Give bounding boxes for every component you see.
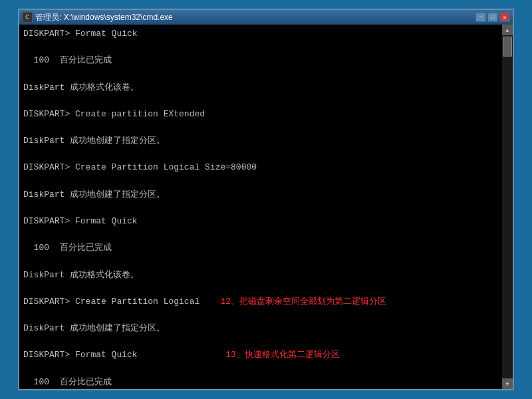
- scroll-down-button[interactable]: ▼: [502, 378, 513, 389]
- line-22: [23, 309, 509, 322]
- line-8: [23, 121, 509, 134]
- line-10: [23, 148, 509, 161]
- line-25-cmd: DISKPART> Format Quick: [23, 348, 225, 362]
- scroll-up-button[interactable]: ▲: [502, 25, 513, 35]
- cmd-icon: C: [22, 12, 33, 23]
- cmd-window: C 管理员: X:\windows\system32\cmd.exe — □ ✕…: [18, 9, 514, 390]
- annotation-13: 13、快速格式化第二逻辑分区: [225, 348, 340, 362]
- line-16: [23, 228, 509, 241]
- title-bar: C 管理员: X:\windows\system32\cmd.exe — □ ✕: [19, 10, 513, 25]
- line-20: [23, 282, 509, 295]
- line-26: [23, 362, 509, 376]
- line-21-cmd: DISKPART> Create Partition Logical: [23, 295, 220, 309]
- line-3: 100 百分比已完成: [23, 54, 509, 67]
- line-7: DISKPART> Create partition EXtended: [23, 108, 509, 121]
- line-12: [23, 175, 509, 188]
- line-9: DiskPart 成功地创建了指定分区。: [23, 134, 509, 148]
- terminal-content: DISKPART> Format Quick 100 百分比已完成 DiskPa…: [23, 27, 509, 386]
- scroll-thumb[interactable]: [503, 37, 512, 57]
- line-17: 100 百分比已完成: [23, 241, 509, 255]
- line-18: [23, 255, 509, 268]
- line-15: DISKPART> Format Quick: [23, 215, 509, 228]
- line-27: 100 百分比已完成: [23, 376, 509, 386]
- line-4: [23, 67, 509, 80]
- line-5: DiskPart 成功格式化该卷。: [23, 81, 509, 94]
- line-25-row: DISKPART> Format Quick 13、快速格式化第二逻辑分区: [23, 348, 509, 362]
- scroll-track[interactable]: [502, 35, 513, 378]
- line-21-row: DISKPART> Create Partition Logical 12、把磁…: [23, 295, 509, 309]
- line-19: DiskPart 成功格式化该卷。: [23, 269, 509, 282]
- window-controls: — □ ✕: [475, 13, 510, 22]
- title-bar-left: C 管理员: X:\windows\system32\cmd.exe: [22, 12, 173, 23]
- window-title: 管理员: X:\windows\system32\cmd.exe: [35, 12, 173, 23]
- line-14: [23, 201, 509, 215]
- close-button[interactable]: ✕: [499, 13, 510, 22]
- line-1: DISKPART> Format Quick: [23, 27, 509, 41]
- line-2: [23, 41, 509, 54]
- annotation-12: 12、把磁盘剩余空间全部划为第二逻辑分区: [220, 295, 386, 309]
- line-23: DiskPart 成功地创建了指定分区。: [23, 322, 509, 335]
- scrollbar[interactable]: ▲ ▼: [502, 25, 513, 389]
- restore-button[interactable]: □: [487, 13, 498, 22]
- line-11: DISKPART> Create Partition Logical Size=…: [23, 161, 509, 174]
- line-24: [23, 335, 509, 348]
- terminal-area: DISKPART> Format Quick 100 百分比已完成 DiskPa…: [19, 25, 513, 389]
- line-6: [23, 94, 509, 108]
- line-13: DiskPart 成功地创建了指定分区。: [23, 188, 509, 201]
- minimize-button[interactable]: —: [475, 13, 486, 22]
